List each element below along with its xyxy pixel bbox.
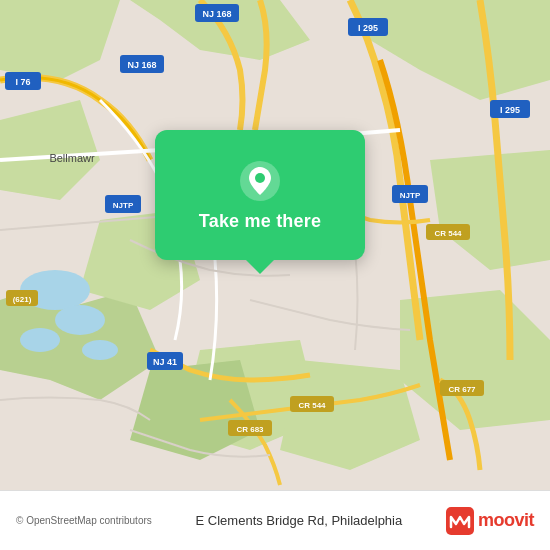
svg-text:NJ 168: NJ 168: [202, 9, 231, 19]
bottom-bar: © OpenStreetMap contributors E Clements …: [0, 490, 550, 550]
location-pin-icon: [238, 159, 282, 203]
location-text: E Clements Bridge Rd, Philadelphia: [152, 513, 446, 528]
map-container: I 76 NJ 168 NJ 168 I 295 I 295 NJTP NJTP…: [0, 0, 550, 490]
svg-text:NJTP: NJTP: [400, 191, 421, 200]
svg-text:I 295: I 295: [500, 105, 520, 115]
svg-text:NJ 41: NJ 41: [153, 357, 177, 367]
svg-text:NJ 168: NJ 168: [127, 60, 156, 70]
take-me-there-label: Take me there: [199, 211, 321, 232]
svg-text:CR 683: CR 683: [236, 425, 264, 434]
svg-text:Bellmawr: Bellmawr: [49, 152, 95, 164]
moovit-text: moovit: [478, 510, 534, 531]
moovit-logo: moovit: [446, 507, 534, 535]
attribution-text: © OpenStreetMap contributors: [16, 515, 152, 526]
svg-text:NJTP: NJTP: [113, 201, 134, 210]
svg-text:I 295: I 295: [358, 23, 378, 33]
svg-text:(621): (621): [13, 295, 32, 304]
svg-text:CR 677: CR 677: [448, 385, 476, 394]
moovit-icon: [446, 507, 474, 535]
svg-text:CR 544: CR 544: [434, 229, 462, 238]
take-me-there-card[interactable]: Take me there: [155, 130, 365, 260]
svg-point-16: [82, 340, 118, 360]
svg-text:I 76: I 76: [15, 77, 30, 87]
svg-point-14: [55, 305, 105, 335]
svg-point-15: [20, 328, 60, 352]
svg-text:CR 544: CR 544: [298, 401, 326, 410]
svg-point-45: [255, 173, 265, 183]
